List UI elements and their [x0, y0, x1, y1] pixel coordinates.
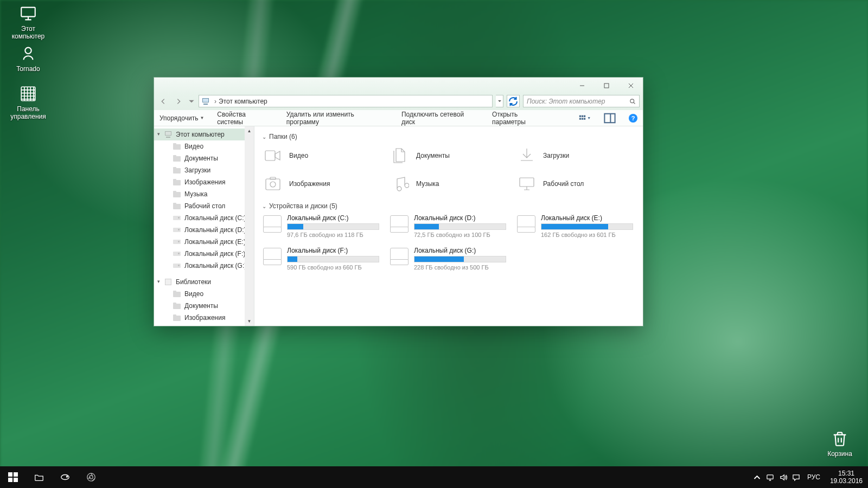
drive-item-3[interactable]: Локальный диск (F:)590 ГБ свободно из 66…: [262, 247, 381, 271]
tray-network-icon[interactable]: [764, 466, 777, 488]
help-button[interactable]: ?: [629, 114, 637, 123]
svg-rect-20: [14, 478, 18, 482]
uninstall-program-button[interactable]: Удалить или изменить программу: [286, 111, 388, 126]
taskbar-clock[interactable]: 15:31 19.03.2016: [825, 466, 868, 488]
sidebar-item-disk-e[interactable]: Локальный диск (E:): [154, 236, 254, 248]
folder-item-pictures[interactable]: Изображения: [262, 173, 381, 195]
drive-item-0[interactable]: Локальный диск (C:)97,6 ГБ свободно из 1…: [262, 214, 381, 238]
language-indicator[interactable]: РУС: [803, 466, 825, 488]
desktop-icon-label-line1: Панель: [7, 105, 50, 113]
drive-item-4[interactable]: Локальный диск (G:)228 ГБ свободно из 50…: [389, 247, 508, 271]
downloads-folder-icon: [516, 146, 538, 165]
drive-name: Локальный диск (C:): [287, 214, 381, 222]
map-network-drive-button[interactable]: Подключить сетевой диск: [401, 111, 479, 126]
navigation-pane: ▾Этот компьютер Видео Документы Загрузки…: [154, 126, 254, 326]
preview-pane-button[interactable]: [604, 112, 616, 124]
folder-icon: [173, 301, 181, 310]
video-folder-icon: [262, 146, 284, 165]
search-input[interactable]: [527, 98, 629, 105]
scroll-track[interactable]: [245, 136, 254, 317]
desktop-icon-control-panel[interactable]: Панель управления: [7, 85, 50, 120]
drive-item-1[interactable]: Локальный диск (D:)72,5 ГБ свободно из 1…: [389, 214, 508, 238]
folder-item-documents[interactable]: Документы: [389, 145, 508, 166]
chevron-down-icon: ▼: [200, 115, 204, 120]
folder-item-downloads[interactable]: Загрузки: [516, 145, 635, 166]
drives-group-header[interactable]: ⌄Устройства и диски (5): [262, 202, 635, 210]
svg-rect-7: [584, 115, 585, 117]
sidebar-item-lib-documents[interactable]: Документы: [154, 300, 254, 312]
search-box[interactable]: [523, 95, 640, 107]
folders-group-header[interactable]: ⌄Папки (6): [262, 133, 635, 140]
drive-icon: [173, 237, 181, 246]
taskbar-explorer-button[interactable]: [26, 466, 52, 488]
address-bar[interactable]: › Этот компьютер: [199, 95, 493, 107]
sidebar-item-downloads[interactable]: Загрузки: [154, 164, 254, 176]
content-pane: ⌄Папки (6) Видео Документы Загрузки Изоб…: [254, 126, 643, 326]
tray-volume-icon[interactable]: [777, 466, 790, 488]
svg-rect-5: [579, 115, 581, 117]
drive-icon: [173, 214, 181, 222]
libraries-icon: [164, 278, 173, 286]
drive-icon: [389, 247, 410, 266]
start-button[interactable]: [0, 466, 26, 488]
drive-free-text: 162 ГБ свободно из 601 ГБ: [541, 232, 635, 238]
system-properties-button[interactable]: Свойства системы: [217, 111, 273, 126]
nav-recent-dropdown[interactable]: [188, 95, 195, 107]
close-button[interactable]: [618, 78, 643, 94]
chevron-down-icon: ⌄: [262, 203, 266, 209]
scroll-down-icon[interactable]: ▼: [245, 317, 254, 326]
scroll-up-icon[interactable]: ▲: [245, 126, 254, 136]
view-options-button[interactable]: ▼: [579, 112, 591, 124]
nav-forward-button[interactable]: [173, 95, 184, 107]
computer-icon: [19, 4, 37, 23]
sidebar-item-desktop[interactable]: Рабочий стол: [154, 200, 254, 212]
desktop-icon-label: Tornado: [7, 65, 50, 73]
organize-menu[interactable]: Упорядочить▼: [159, 114, 204, 122]
sidebar-item-music[interactable]: Музыка: [154, 188, 254, 200]
taskbar-app1-button[interactable]: [52, 466, 78, 488]
svg-rect-8: [579, 118, 581, 119]
sidebar-item-lib-videos[interactable]: Видео: [154, 288, 254, 300]
sidebar-item-disk-c[interactable]: Локальный диск (C:): [154, 212, 254, 224]
drive-icon: [389, 214, 410, 234]
folder-item-videos[interactable]: Видео: [262, 145, 381, 166]
open-settings-button[interactable]: Открыть параметры: [492, 111, 553, 126]
sidebar-item-documents[interactable]: Документы: [154, 152, 254, 164]
svg-rect-17: [8, 472, 12, 477]
sidebar-item-this-pc[interactable]: ▾Этот компьютер: [154, 129, 254, 140]
folder-item-music[interactable]: Музыка: [389, 173, 508, 195]
drive-name: Локальный диск (F:): [287, 247, 381, 254]
chevron-down-icon: ⌄: [262, 134, 266, 140]
trash-icon: [831, 429, 849, 448]
drive-icon: [262, 247, 283, 266]
sidebar-item-disk-d[interactable]: Локальный диск (D:): [154, 224, 254, 236]
refresh-button[interactable]: [507, 95, 520, 107]
desktop-icon-tornado[interactable]: Tornado: [7, 44, 50, 73]
desktop-icon-this-pc[interactable]: Этот компьютер: [7, 4, 50, 40]
drive-usage-bar: [541, 223, 633, 230]
sidebar-item-disk-f[interactable]: Локальный диск (F:): [154, 248, 254, 260]
expand-icon[interactable]: ▾: [156, 132, 161, 137]
sidebar-item-lib-pictures[interactable]: Изображения: [154, 312, 254, 324]
drive-item-2[interactable]: Локальный диск (E:)162 ГБ свободно из 60…: [516, 214, 635, 238]
address-history-dropdown[interactable]: [496, 95, 503, 107]
expand-icon[interactable]: ▾: [156, 279, 161, 284]
folder-item-desktop[interactable]: Рабочий стол: [516, 173, 635, 195]
desktop-icon-recycle-bin[interactable]: Корзина: [818, 429, 861, 458]
minimize-button[interactable]: [570, 78, 594, 94]
drive-free-text: 228 ГБ свободно из 500 ГБ: [414, 264, 508, 271]
nav-back-button[interactable]: [157, 95, 169, 107]
drive-usage-bar: [287, 256, 379, 262]
maximize-button[interactable]: [594, 78, 618, 94]
sidebar-item-libraries[interactable]: ▾Библиотеки: [154, 276, 254, 288]
taskbar-chrome-button[interactable]: [78, 466, 104, 488]
window-titlebar[interactable]: [154, 78, 643, 94]
sidebar-item-disk-g[interactable]: Локальный диск (G:): [154, 260, 254, 272]
drive-name: Локальный диск (E:): [541, 214, 635, 222]
tray-expand-button[interactable]: [751, 466, 764, 488]
svg-rect-9: [582, 118, 583, 119]
tray-action-center-icon[interactable]: [790, 466, 803, 488]
sidebar-item-videos[interactable]: Видео: [154, 140, 254, 152]
sidebar-item-pictures[interactable]: Изображения: [154, 176, 254, 188]
sidebar-scrollbar[interactable]: ▲ ▼: [245, 126, 254, 326]
